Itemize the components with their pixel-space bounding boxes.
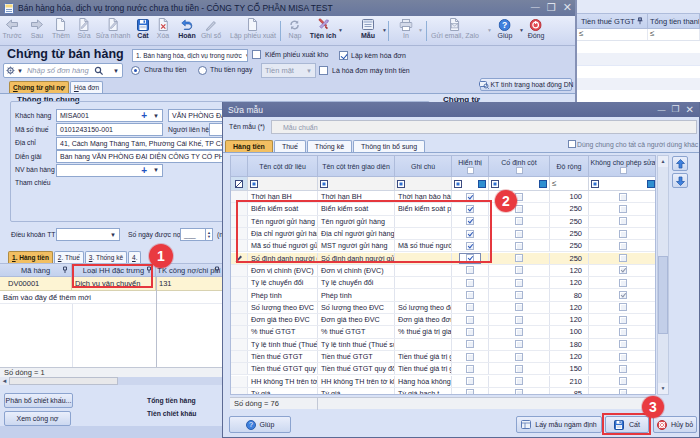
hien-thi-checkbox[interactable] — [466, 353, 474, 361]
nguoi-lien-he-input[interactable] — [209, 123, 222, 136]
dialog-filter-cell[interactable] — [395, 177, 452, 190]
cell-hien-thi[interactable] — [452, 277, 489, 288]
column-select-all-checkbox[interactable] — [467, 167, 474, 174]
cell-ghi-chu[interactable]: % thuế giá trị gia t — [395, 326, 452, 337]
doc-type-dropdown[interactable]: 1. Bán hàng hóa, dịch vụ trong nước▼ — [132, 49, 248, 62]
dialog-filter-cell[interactable] — [318, 177, 395, 190]
co-dinh-cot-checkbox[interactable] — [515, 217, 523, 225]
cell-ten-cot-giao-dien[interactable]: Tỷ lệ tính thuế (Thuế suấ — [318, 339, 395, 350]
dialog-grid-row[interactable]: Tỷ lệ chuyển đổiTỷ lệ chuyển đổi120 — [231, 277, 656, 289]
co-dinh-cot-checkbox[interactable] — [515, 279, 523, 287]
cell-khong-cho-phep-sua[interactable] — [589, 191, 656, 202]
khong-cho-phep-sua-checkbox[interactable] — [619, 316, 627, 324]
cell-co-dinh-cot[interactable] — [489, 388, 550, 395]
hien-thi-checkbox[interactable] — [466, 377, 474, 385]
cell-ten-cot-du-lieu[interactable]: Đơn giá theo ĐVC — [248, 314, 318, 325]
filter-clear-icon[interactable] — [231, 177, 248, 190]
cell-hien-thi[interactable] — [452, 388, 489, 395]
dialog-grid-row[interactable]: HH không TH trên tờHH không TH trên tờ k… — [231, 376, 656, 388]
toolbar-button-undo[interactable]: Hoàn — [178, 18, 196, 39]
co-dinh-cot-checkbox[interactable] — [515, 377, 523, 385]
co-dinh-cot-checkbox[interactable] — [515, 230, 523, 238]
cell-co-dinh-cot[interactable] — [489, 351, 550, 362]
khong-cho-phep-sua-checkbox[interactable] — [619, 377, 627, 385]
dialog-tab-3[interactable]: Thống kê — [307, 140, 352, 152]
cell-co-dinh-cot[interactable] — [489, 228, 550, 239]
cell-khong-cho-phep-sua[interactable] — [589, 351, 656, 362]
khong-cho-phep-sua-checkbox[interactable] — [619, 242, 627, 250]
filter-cell[interactable]: ≤ — [648, 29, 700, 40]
khong-cho-phep-sua-checkbox[interactable] — [619, 254, 627, 262]
cell-ten-cot-du-lieu[interactable]: Phép tính — [248, 289, 318, 300]
cell-hien-thi[interactable] — [452, 302, 489, 313]
lap-kem-hoa-don-checkbox[interactable] — [339, 51, 348, 60]
cell-ten-cot-giao-dien[interactable]: Tiền thuế GTGT — [318, 351, 395, 362]
cell-hien-thi[interactable] — [452, 351, 489, 362]
ma-so-thue-input[interactable]: 0101243150-001 — [56, 123, 163, 136]
co-dinh-cot-checkbox[interactable] — [515, 205, 523, 213]
move-row-down-button[interactable] — [672, 173, 688, 188]
co-dinh-cot-checkbox[interactable] — [515, 328, 523, 336]
chevron-down-icon[interactable]: ▼ — [110, 232, 116, 238]
dialog-tab-4[interactable]: Thông tin bổ sung — [353, 140, 425, 152]
chevron-down-icon[interactable]: ▼ — [382, 27, 387, 33]
khach-hang-name-input[interactable]: VĂN PHÒNG ĐẠI — [168, 109, 222, 122]
cell-co-dinh-cot[interactable] — [489, 314, 550, 325]
toolbar-button-pencil[interactable]: Ghi sổ — [201, 18, 221, 39]
detail-grid-add-row[interactable]: Bấm vào đây để thêm mới — [0, 291, 222, 304]
pin-icon[interactable] — [214, 266, 221, 274]
giup-button[interactable]: ? Giúp — [229, 416, 291, 433]
main-window-titlebar[interactable]: Bán hàng hóa, dịch vụ trong nước chưa th… — [0, 0, 575, 16]
cell-ten-cot-du-lieu[interactable]: Số lượng theo ĐVC — [248, 302, 318, 313]
cell-do-rong[interactable]: 100 — [550, 326, 589, 337]
dialog-maximize-icon[interactable]: ❐ — [672, 105, 680, 114]
cell-hien-thi[interactable] — [452, 314, 489, 325]
cell-do-rong[interactable]: 250 — [550, 253, 589, 264]
cell-ten-cot-giao-dien[interactable]: Đơn vị chính (ĐVC) — [318, 265, 395, 276]
dien-giai-input[interactable]: Bán hàng VĂN PHÒNG ĐẠI DIỆN CÔNG TY CỔ P… — [56, 150, 222, 163]
hien-thi-checkbox[interactable] — [466, 365, 474, 373]
cell-ten-cot-giao-dien[interactable]: % thuế GTGT — [318, 326, 395, 337]
dialog-grid-row[interactable]: Số lượng theo ĐVCSố lượng theo ĐVCSố lượ… — [231, 302, 656, 314]
dialog-column-header[interactable]: Hiển thị — [452, 156, 489, 176]
hien-thi-checkbox[interactable] — [466, 303, 474, 311]
detail-tab-1[interactable]: 1. Hàng tiền — [8, 251, 53, 263]
co-dinh-cot-checkbox[interactable] — [515, 365, 523, 373]
maximize-icon[interactable]: ❐ — [547, 3, 556, 12]
dialog-grid-row[interactable]: Đơn giá theo ĐVCĐơn giá theo ĐVCĐơn giá … — [231, 314, 656, 326]
cell-do-rong[interactable]: 250 — [550, 240, 589, 251]
cell-do-rong[interactable]: 150 — [550, 363, 589, 374]
thu-tien-ngay-radio[interactable] — [198, 66, 207, 75]
chevron-down-icon[interactable]: ▼ — [153, 167, 159, 173]
dialog-filter-cell[interactable]: ≤ — [550, 177, 589, 190]
toolbar-button-tools[interactable]: Tiện ích — [310, 18, 336, 39]
dialog-column-header[interactable]: Tên cột trên giao diện — [318, 156, 395, 176]
cell-khong-cho-phep-sua[interactable] — [589, 388, 656, 395]
hien-thi-checkbox[interactable] — [466, 328, 474, 336]
cell-ten-cot-giao-dien[interactable]: Phép tính — [318, 289, 395, 300]
cell-do-rong[interactable]: 180 — [550, 339, 589, 350]
co-dinh-cot-checkbox[interactable] — [515, 340, 523, 348]
dialog-filter-cell[interactable] — [489, 177, 550, 190]
cell-co-dinh-cot[interactable] — [489, 277, 550, 288]
khong-cho-phep-sua-checkbox[interactable] — [619, 340, 627, 348]
cell-do-rong[interactable]: 210 — [550, 376, 589, 387]
toolbar-button-help[interactable]: ?Giúp — [498, 18, 513, 39]
cell-co-dinh-cot[interactable] — [489, 326, 550, 337]
cell-ten-cot-du-lieu[interactable]: Tiền thuế GTGT — [248, 351, 318, 362]
cell-ghi-chu[interactable]: Số lượng theo đơ — [395, 302, 452, 313]
khong-cho-phep-sua-checkbox[interactable] — [619, 365, 627, 373]
khong-cho-phep-sua-checkbox[interactable] — [619, 205, 627, 213]
khach-hang-input[interactable]: MISA001 + ▼ — [56, 109, 163, 122]
toolbar-button-refresh[interactable]: Nạp — [289, 18, 302, 39]
dieu-khoan-dropdown[interactable]: ▼ — [56, 228, 120, 241]
cell-do-rong[interactable]: 120 — [550, 265, 589, 276]
toolbar-button-doc-new[interactable]: Lập phiếu xuất — [230, 18, 276, 39]
cell-ten-cot-du-lieu[interactable]: Tỷ lệ tính thuế (Thuế — [248, 339, 318, 350]
toolbar-button-template[interactable]: Mẫu — [361, 18, 375, 39]
cell-do-rong[interactable]: 250 — [550, 216, 589, 227]
column-header-tien-thue-gtgt[interactable]: Tiền thuế GTGT — [577, 14, 648, 28]
cell-co-dinh-cot[interactable] — [489, 216, 550, 227]
cell-hien-thi[interactable] — [452, 376, 489, 387]
cell-ten-cot-du-lieu[interactable]: Tiền thuế GTGT quy — [248, 363, 318, 374]
